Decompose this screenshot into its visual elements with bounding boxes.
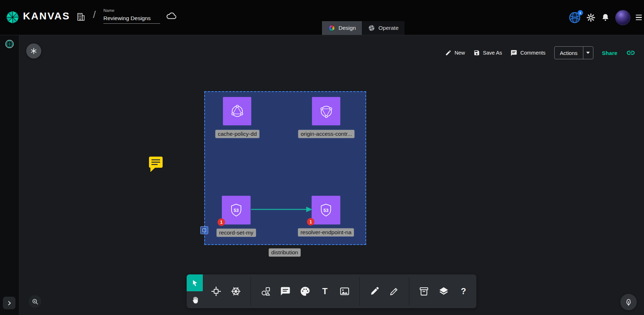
header-right-cluster: 1 bbox=[569, 0, 642, 35]
pen-assistant-button[interactable] bbox=[620, 294, 637, 310]
actions-label[interactable]: Actions bbox=[555, 47, 583, 59]
app-root: KANVAS / Name bbox=[0, 0, 644, 315]
new-label: New bbox=[454, 50, 465, 56]
route53-shield-icon: 53 bbox=[228, 202, 244, 218]
chevron-down-icon bbox=[586, 52, 590, 54]
comment-bubble-icon bbox=[280, 286, 291, 297]
dock-pointer-tools bbox=[187, 274, 204, 308]
actions-dropdown-button[interactable] bbox=[583, 47, 593, 59]
dock-icon-row: T bbox=[204, 274, 476, 308]
mode-tabs: Design Operate bbox=[322, 21, 405, 35]
asterisk-icon bbox=[30, 47, 37, 55]
layers-icon bbox=[438, 286, 449, 297]
zoom-in-button[interactable] bbox=[29, 295, 41, 308]
cloudfront-globe-icon bbox=[318, 103, 335, 120]
resolver-issue-badge[interactable]: 1 bbox=[307, 218, 314, 226]
chevron-right-icon bbox=[6, 300, 13, 306]
help-tool-button[interactable]: ? bbox=[458, 286, 469, 297]
link-icon bbox=[626, 48, 635, 57]
tab-design[interactable]: Design bbox=[322, 21, 362, 35]
svg-text:53: 53 bbox=[234, 208, 239, 213]
node-label-origin-access[interactable]: origin-access-contr... bbox=[298, 130, 355, 138]
comment-tool-button[interactable] bbox=[280, 286, 291, 297]
design-name-label: Name bbox=[103, 8, 115, 13]
node-label-record-set[interactable]: record-set-my bbox=[216, 229, 256, 237]
node-record-set[interactable]: 53 bbox=[222, 196, 251, 224]
image-tool-button[interactable] bbox=[339, 286, 350, 297]
design-name-input[interactable] bbox=[103, 14, 160, 24]
shapes-tool-button[interactable] bbox=[260, 286, 271, 297]
svg-text:53: 53 bbox=[323, 208, 328, 213]
helm-chart-tool-button[interactable] bbox=[230, 286, 242, 297]
tool-dock: T bbox=[187, 274, 476, 308]
cloud-sync-icon[interactable] bbox=[166, 11, 177, 20]
group-label-distribution[interactable]: distribution bbox=[269, 249, 301, 257]
zoom-in-icon bbox=[32, 298, 39, 305]
meshery-logo-icon[interactable] bbox=[5, 39, 14, 49]
select-tool-button[interactable] bbox=[187, 274, 203, 291]
breadcrumb-separator: / bbox=[93, 9, 96, 20]
sidebar-expand-button[interactable] bbox=[3, 297, 15, 309]
organization-icon[interactable] bbox=[76, 11, 86, 22]
marker-icon bbox=[369, 286, 380, 297]
notifications-button[interactable] bbox=[601, 13, 610, 22]
text-tool-button[interactable]: T bbox=[319, 286, 331, 297]
record-set-issue-badge[interactable]: 1 bbox=[218, 218, 225, 226]
kanvas-logo-icon[interactable] bbox=[5, 10, 20, 25]
component-icon bbox=[211, 286, 221, 297]
user-avatar[interactable] bbox=[615, 10, 630, 25]
dock-separator bbox=[359, 277, 360, 306]
cursor-icon bbox=[191, 279, 199, 287]
copy-link-button[interactable] bbox=[626, 48, 635, 57]
comments-button[interactable]: Comments bbox=[510, 50, 545, 56]
pan-tool-button[interactable] bbox=[187, 291, 204, 308]
save-as-label: Save As bbox=[483, 50, 502, 56]
cloud-account-button[interactable]: 1 bbox=[569, 11, 581, 24]
marker-tool-button[interactable] bbox=[369, 286, 380, 297]
pencil-icon bbox=[445, 50, 452, 56]
pen-tool-button[interactable] bbox=[388, 286, 400, 297]
save-as-button[interactable]: Save As bbox=[473, 50, 502, 56]
node-label-resolver[interactable]: resolver-endpoint-na bbox=[298, 228, 354, 237]
comment-pin[interactable] bbox=[148, 156, 164, 173]
menu-button[interactable] bbox=[636, 15, 642, 20]
bell-icon bbox=[601, 13, 610, 22]
save-icon bbox=[473, 50, 480, 56]
edge-record-set-to-resolver[interactable] bbox=[250, 205, 313, 214]
operate-tab-icon bbox=[368, 24, 375, 32]
node-resolver-endpoint[interactable]: 53 bbox=[312, 196, 340, 224]
header: KANVAS / Name bbox=[0, 0, 644, 35]
node-origin-access-control[interactable] bbox=[312, 97, 340, 125]
account-badge: 1 bbox=[578, 10, 583, 15]
comments-label: Comments bbox=[520, 50, 545, 56]
node-label-cache-policy[interactable]: cache-policy-dd bbox=[215, 130, 260, 138]
canvas-widgets-button[interactable] bbox=[26, 43, 41, 59]
settings-button[interactable] bbox=[586, 13, 596, 22]
node-cache-policy[interactable] bbox=[223, 97, 251, 125]
comment-icon bbox=[510, 50, 517, 56]
tab-operate-label: Operate bbox=[378, 25, 398, 31]
text-tool-icon: T bbox=[322, 287, 328, 296]
actions-split-button[interactable]: Actions bbox=[554, 46, 593, 59]
component-tool-button[interactable] bbox=[210, 286, 222, 297]
palette-tool-button[interactable] bbox=[299, 286, 311, 297]
pen-icon bbox=[389, 286, 400, 297]
helm-wheel-icon bbox=[230, 286, 241, 297]
pen-nib-icon bbox=[624, 298, 633, 306]
archive-tool-button[interactable] bbox=[418, 286, 430, 297]
dock-separator bbox=[409, 277, 409, 306]
gear-icon bbox=[586, 13, 596, 22]
share-button[interactable]: Share bbox=[602, 50, 617, 56]
left-sidebar bbox=[0, 35, 19, 315]
hand-icon bbox=[191, 296, 200, 304]
tab-design-label: Design bbox=[339, 25, 356, 31]
help-icon: ? bbox=[461, 287, 466, 296]
archive-icon bbox=[419, 286, 429, 297]
group-connection-handle[interactable] bbox=[200, 226, 208, 234]
new-button[interactable]: New bbox=[445, 50, 465, 56]
brand-name: KANVAS bbox=[23, 10, 70, 22]
tab-operate[interactable]: Operate bbox=[362, 21, 405, 35]
layers-tool-button[interactable] bbox=[438, 286, 449, 297]
image-icon bbox=[339, 286, 350, 297]
design-tab-icon bbox=[328, 24, 335, 32]
